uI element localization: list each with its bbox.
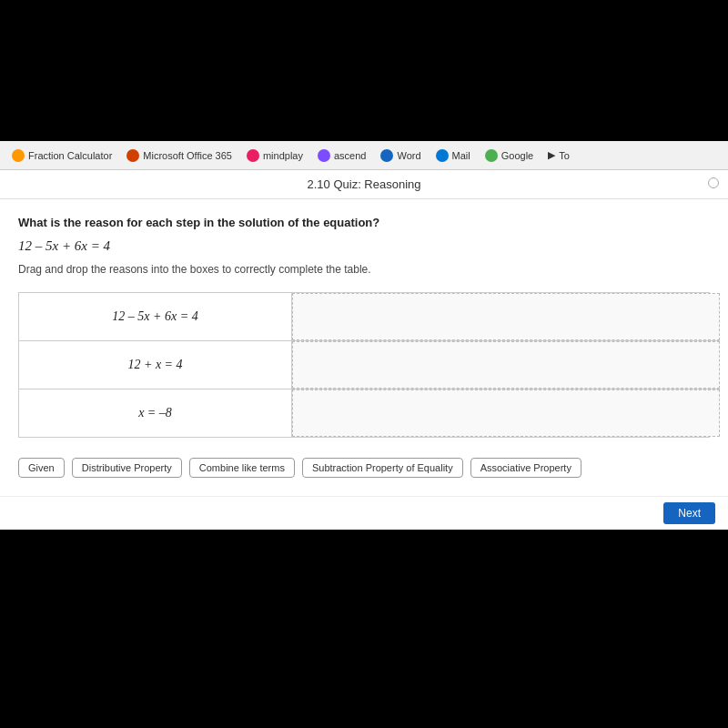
bookmark-label-word: Word <box>397 150 420 161</box>
office365-icon <box>126 149 139 162</box>
drag-chip-subtraction[interactable]: Subtraction Property of Equality <box>302 458 463 478</box>
bottom-bar: Next <box>0 496 728 530</box>
bookmark-label-to: To <box>559 150 570 161</box>
bookmark-ascend[interactable]: ascend <box>313 147 370 164</box>
next-button[interactable]: Next <box>663 502 715 524</box>
mail-icon <box>436 149 449 162</box>
bookmark-google[interactable]: Google <box>480 147 538 164</box>
drag-chip-distributive[interactable]: Distributive Property <box>72 458 182 478</box>
bookmark-office365[interactable]: Microsoft Office 365 <box>122 147 237 164</box>
google-icon <box>485 149 498 162</box>
table-row: 12 – 5x + 6x = 4 <box>19 293 720 341</box>
drag-options: Given Distributive Property Combine like… <box>18 450 710 485</box>
bookmark-label-mindplay: mindplay <box>263 150 303 161</box>
bookmark-mindplay[interactable]: mindplay <box>242 147 308 164</box>
word-icon <box>380 149 393 162</box>
drag-chip-given[interactable]: Given <box>18 458 65 478</box>
page-content: 2.10 Quiz: Reasoning What is the reason … <box>0 170 728 530</box>
bookmark-label-fraction-calc: Fraction Calculator <box>28 150 112 161</box>
step-expression-2: 12 + x = 4 <box>19 341 292 389</box>
quiz-header: 2.10 Quiz: Reasoning <box>0 170 728 199</box>
bookmark-label-office365: Microsoft Office 365 <box>143 150 232 161</box>
table-row: 12 + x = 4 <box>19 341 720 389</box>
drop-zone-1[interactable] <box>292 293 720 340</box>
bookmark-mail[interactable]: Mail <box>431 147 475 164</box>
ascend-icon <box>318 149 330 162</box>
steps-left-column: 12 – 5x + 6x = 4 12 + x = 4 x = –8 <box>19 293 720 437</box>
question-text: What is the reason for each step in the … <box>18 216 710 229</box>
bookmark-fraction-calc[interactable]: Fraction Calculator <box>7 147 116 164</box>
bookmark-label-mail: Mail <box>452 150 470 161</box>
drop-zone-3[interactable] <box>292 389 720 437</box>
drop-zone-2[interactable] <box>292 341 720 389</box>
step-expression-1: 12 – 5x + 6x = 4 <box>19 293 292 340</box>
instruction-text: Drag and drop the reasons into the boxes… <box>18 263 710 276</box>
circle-indicator <box>708 177 719 188</box>
bookmark-word[interactable]: Word <box>376 147 425 164</box>
step-expression-3: x = –8 <box>19 389 292 437</box>
drag-chip-associative[interactable]: Associative Property <box>470 458 581 478</box>
equation-main: 12 – 5x + 6x = 4 <box>18 238 710 254</box>
mindplay-icon <box>247 149 259 162</box>
bookmark-label-google: Google <box>501 150 533 161</box>
drag-chip-combine[interactable]: Combine like terms <box>189 458 295 478</box>
steps-table: 12 – 5x + 6x = 4 12 + x = 4 x = –8 <box>18 292 710 438</box>
quiz-header-wrap: 2.10 Quiz: Reasoning <box>0 170 728 199</box>
bookmarks-bar: Fraction Calculator Microsoft Office 365… <box>0 141 728 170</box>
table-row: x = –8 <box>19 389 720 437</box>
quiz-title: 2.10 Quiz: Reasoning <box>307 177 420 191</box>
bookmark-label-ascend: ascend <box>334 150 366 161</box>
fraction-calc-icon <box>12 149 25 162</box>
bookmark-to[interactable]: ▶ To <box>543 147 574 163</box>
main-content: What is the reason for each step in the … <box>0 199 728 496</box>
to-icon: ▶ <box>548 149 555 161</box>
